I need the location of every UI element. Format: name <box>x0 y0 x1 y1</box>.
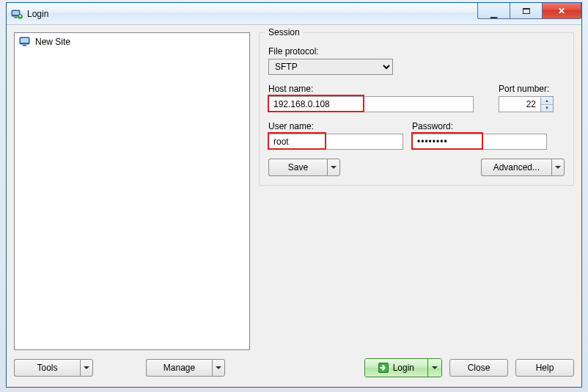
tools-button-label: Tools <box>37 363 57 373</box>
close-icon: ✕ <box>558 7 565 15</box>
host-input[interactable] <box>268 96 474 112</box>
svg-rect-7 <box>23 45 26 46</box>
close-button[interactable]: Close <box>449 359 508 377</box>
svg-rect-1 <box>12 11 19 15</box>
login-dropdown[interactable] <box>428 359 441 377</box>
tools-button[interactable]: Tools <box>14 359 93 377</box>
host-label: Host name: <box>268 84 490 94</box>
window-controls: ▁ ✕ <box>477 3 581 19</box>
save-dropdown[interactable] <box>327 159 340 176</box>
chevron-down-icon <box>216 366 221 369</box>
login-button[interactable]: Login <box>364 358 442 377</box>
maximize-icon <box>523 8 530 14</box>
password-label: Password: <box>412 121 547 131</box>
port-label: Port number: <box>499 84 565 94</box>
close-window-button[interactable]: ✕ <box>542 3 581 19</box>
window-title: Login <box>27 9 48 19</box>
site-list[interactable]: New Site <box>14 32 250 350</box>
tools-dropdown[interactable] <box>80 359 93 377</box>
chevron-down-icon <box>84 366 89 369</box>
monitor-icon <box>19 37 31 47</box>
help-button-label: Help <box>536 363 554 373</box>
login-arrow-icon <box>378 363 389 373</box>
username-input[interactable] <box>268 134 403 150</box>
password-input[interactable] <box>412 134 547 150</box>
svg-rect-6 <box>21 38 29 43</box>
manage-button[interactable]: Manage <box>146 359 225 377</box>
content-row: New Site Session File protocol: SFTP <box>14 32 574 350</box>
svg-rect-4 <box>20 15 21 17</box>
save-button[interactable]: Save <box>268 159 340 176</box>
maximize-button[interactable] <box>510 3 542 19</box>
session-groupbox: Session File protocol: SFTP Ho <box>259 32 574 186</box>
manage-dropdown[interactable] <box>212 359 225 377</box>
session-group-title: Session <box>265 27 303 37</box>
close-button-label: Close <box>468 363 490 373</box>
login-dialog: Login ▁ ✕ <box>6 2 582 388</box>
port-spin-down[interactable]: ▼ <box>541 105 553 112</box>
port-spin-up[interactable]: ▲ <box>541 97 553 105</box>
advanced-button[interactable]: Advanced... <box>481 159 565 176</box>
protocol-select[interactable]: SFTP <box>268 59 393 75</box>
app-icon <box>11 8 23 20</box>
save-button-label: Save <box>288 162 308 173</box>
help-button[interactable]: Help <box>515 359 574 377</box>
manage-button-label: Manage <box>163 363 195 373</box>
chevron-down-icon <box>331 166 337 169</box>
minimize-button[interactable]: ▁ <box>477 3 510 19</box>
port-input[interactable] <box>499 96 541 112</box>
protocol-label: File protocol: <box>268 46 393 57</box>
svg-rect-2 <box>14 17 18 18</box>
port-spinner[interactable]: ▲ ▼ <box>541 96 554 112</box>
bottom-button-bar: Tools Manage <box>14 357 574 378</box>
chevron-down-icon <box>432 366 438 369</box>
advanced-dropdown[interactable] <box>551 159 565 176</box>
titlebar[interactable]: Login ▁ ✕ <box>7 3 581 25</box>
login-button-label: Login <box>393 363 414 373</box>
advanced-button-label: Advanced... <box>493 162 540 173</box>
client-area: New Site Session File protocol: SFTP <box>7 25 581 387</box>
chevron-down-icon <box>555 166 561 169</box>
username-label: User name: <box>268 121 403 131</box>
site-list-item-label: New Site <box>35 37 70 47</box>
session-panel: Session File protocol: SFTP Ho <box>259 32 574 350</box>
site-list-item[interactable]: New Site <box>18 36 246 48</box>
minimize-icon: ▁ <box>490 9 497 18</box>
